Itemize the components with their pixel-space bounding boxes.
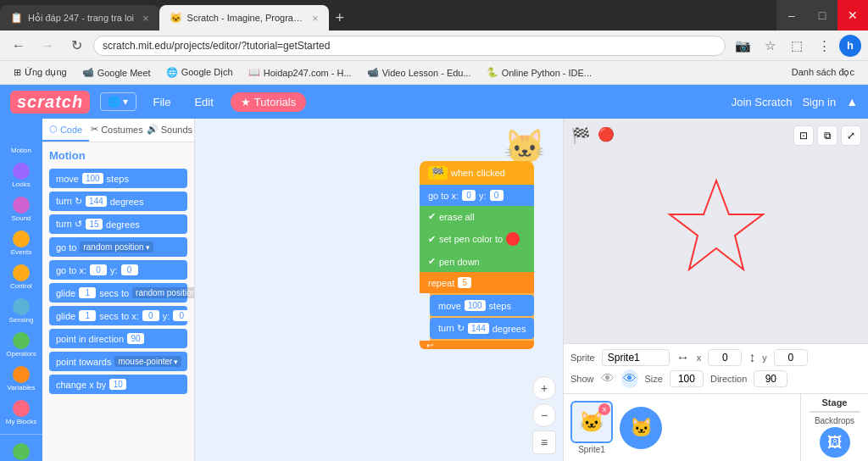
translate-icon: 🌐: [166, 67, 178, 78]
maximize-button[interactable]: □: [807, 0, 837, 31]
globe-button[interactable]: 🌐 ▾: [100, 92, 136, 111]
backdrops-button[interactable]: 🖼: [820, 427, 850, 458]
repeat-header[interactable]: repeat 5: [420, 272, 534, 293]
y-label: y: [762, 353, 767, 363]
bookmark-python[interactable]: 🐍 Online Python - IDE...: [480, 65, 598, 80]
tutorials-button[interactable]: ★ Tutorials: [231, 92, 306, 112]
point-dir-value: 90: [127, 333, 144, 344]
address-bar-row: ← → ↻ 📷 ☆ ⬚ ⋮ h: [0, 31, 868, 61]
canvas-menu-button[interactable]: ≡: [532, 430, 556, 454]
add-sprite-button[interactable]: 🐱: [620, 407, 662, 449]
point-towards-block[interactable]: point towards mouse-pointer: [49, 352, 187, 371]
direction-input[interactable]: [754, 370, 787, 387]
tab-code[interactable]: ⬡ Code: [42, 119, 89, 142]
glide-dropdown[interactable]: random position: [132, 287, 194, 298]
hoidap-label: Hoidap247.com - H...: [264, 68, 352, 78]
glide-xy-x: 0: [142, 310, 159, 321]
join-scratch-button[interactable]: Join Scratch: [732, 96, 793, 108]
goto-xy-block[interactable]: go to x: 0 y: 0: [49, 260, 187, 280]
sidebar-item-control[interactable]: Control: [2, 261, 41, 293]
myblocks-label: My Blocks: [6, 418, 36, 425]
stage-medium-view[interactable]: ⧉: [817, 125, 837, 146]
x-coord-input[interactable]: [708, 349, 742, 366]
turn-left-block[interactable]: turn ↺ 15 degrees: [49, 214, 187, 234]
sidebar-item-pen[interactable]: Pen: [2, 440, 41, 461]
eye-closed-button[interactable]: 👁: [601, 371, 615, 386]
bookmark-video[interactable]: 📹 Video Lesson - Edu...: [360, 65, 478, 80]
tab1-close[interactable]: ×: [142, 12, 149, 25]
forward-button[interactable]: →: [36, 34, 59, 58]
operators-label: Operators: [6, 350, 36, 358]
zoom-in-button[interactable]: +: [532, 376, 556, 400]
green-flag-button[interactable]: 🏁: [570, 125, 591, 146]
tab2-close[interactable]: ×: [312, 12, 319, 25]
y-coord-input[interactable]: [774, 349, 808, 366]
stage-small-view[interactable]: ⊡: [793, 125, 814, 146]
canvas-goto-xy[interactable]: go to x: 0 y: 0: [420, 185, 534, 206]
point-direction-block[interactable]: point in direction 90: [49, 329, 187, 348]
point-towards-label: point towards: [56, 357, 111, 367]
sidebar-item-motion[interactable]: Motion: [2, 125, 41, 158]
bookmark-meet[interactable]: 📹 Google Meet: [75, 65, 158, 80]
inner-move-block[interactable]: move 100 steps: [430, 295, 534, 316]
sidebar-item-sound[interactable]: Sound: [2, 193, 41, 225]
tab-1[interactable]: 📋 Hỏi đáp 247 - trang tra loi ×: [0, 5, 159, 31]
tab-sounds[interactable]: 🔊 Sounds: [145, 119, 194, 142]
bookmark-apps[interactable]: ⊞ Ứng dụng: [7, 65, 74, 80]
close-button[interactable]: ✕: [837, 0, 868, 31]
extensions-icon[interactable]: ⬚: [785, 34, 809, 58]
towards-dropdown[interactable]: mouse-pointer: [114, 356, 181, 367]
pen-color-swatch[interactable]: [506, 232, 520, 246]
sidebar-item-events[interactable]: Events: [2, 227, 41, 259]
sidebar-item-myblocks[interactable]: My Blocks: [2, 397, 41, 429]
address-bar-input[interactable]: [93, 36, 726, 56]
erase-all-block[interactable]: ✔ erase all: [420, 206, 534, 227]
pen-down-block[interactable]: ✔ pen down: [420, 251, 534, 272]
sign-in-button[interactable]: Sign in: [802, 96, 836, 108]
settings-icon[interactable]: ⋮: [812, 34, 836, 58]
back-button[interactable]: ←: [7, 34, 31, 58]
tutorials-label: Tutorials: [254, 96, 296, 108]
sidebar-item-operators[interactable]: Operators: [2, 329, 41, 361]
red-stop-button[interactable]: 🔴: [598, 125, 615, 142]
reading-list[interactable]: Danh sách đọc: [785, 65, 861, 80]
sprite-item-1[interactable]: 🐱 × Sprite1: [570, 401, 613, 454]
refresh-button[interactable]: ↻: [64, 34, 88, 58]
move-block[interactable]: move 100 steps: [49, 169, 187, 188]
change-x-block[interactable]: change x by 10: [49, 375, 187, 394]
minimize-button[interactable]: –: [776, 0, 807, 31]
random-dropdown[interactable]: random position: [80, 242, 153, 253]
eye-open-button[interactable]: 👁: [621, 369, 638, 388]
stage-thumbnail[interactable]: [810, 411, 860, 413]
profile-button[interactable]: h: [839, 35, 861, 57]
glide-xy-block[interactable]: glide 1 secs to x: 0 y: 0: [49, 306, 187, 325]
size-input[interactable]: [670, 370, 704, 387]
sprite-name-input[interactable]: [602, 349, 670, 366]
meet-label: Google Meet: [97, 68, 151, 78]
sidebar-item-sensing[interactable]: Sensing: [2, 295, 41, 327]
edit-menu[interactable]: Edit: [187, 92, 220, 112]
goto-random-block[interactable]: go to random position: [49, 237, 187, 257]
sidebar-item-variables[interactable]: Variables: [2, 363, 41, 395]
zoom-out-button[interactable]: −: [532, 403, 556, 427]
bookmark-translate[interactable]: 🌐 Google Dịch: [159, 65, 240, 80]
sidebar-item-looks[interactable]: Looks: [2, 159, 41, 192]
set-pen-color-block[interactable]: ✔ set pen color to: [420, 227, 534, 251]
bookmark-hoidap[interactable]: 📖 Hoidap247.com - H...: [242, 65, 359, 80]
goto-x-canvas: 0: [462, 190, 476, 201]
backdrops-section: Backdrops 🖼: [815, 414, 854, 458]
inner-turn-block[interactable]: turn ↻ 144 degrees: [430, 318, 534, 339]
turn-right-block[interactable]: turn ↻ 144 degrees: [49, 192, 187, 211]
glide-random-block[interactable]: glide 1 secs to random position: [49, 283, 187, 303]
file-menu[interactable]: File: [147, 92, 178, 112]
screenshot-icon[interactable]: 📷: [731, 34, 754, 58]
bookmark-icon[interactable]: ☆: [758, 34, 782, 58]
pen-dot: [13, 443, 30, 460]
when-clicked-block[interactable]: 🏁 when clicked: [420, 161, 534, 185]
sprite-thumb-1[interactable]: 🐱 ×: [570, 401, 613, 443]
new-tab-button[interactable]: +: [329, 5, 352, 31]
stage-fullscreen-view[interactable]: ⤢: [841, 125, 861, 146]
tab-2[interactable]: 🐱 Scratch - Imagine, Program, Sha... ×: [159, 5, 329, 31]
tab-costumes[interactable]: ✂ Costumes: [89, 119, 145, 142]
sprite-delete-button[interactable]: ×: [598, 403, 610, 415]
